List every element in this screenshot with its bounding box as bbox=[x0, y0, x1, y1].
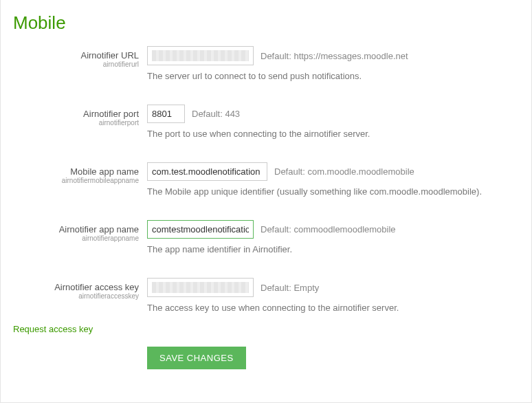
form-actions: SAVE CHANGES bbox=[147, 347, 519, 369]
field-col: Default: Empty The access key to use whe… bbox=[147, 278, 519, 313]
input-line: Default: 443 bbox=[147, 105, 519, 123]
field-airnotifier-url: Airnotifier URL airnotifierurl Default: … bbox=[13, 46, 519, 81]
field-name: airnotifierport bbox=[13, 119, 139, 127]
field-name: airnotifierappname bbox=[13, 235, 139, 242]
field-name: airnotifiermobileappname bbox=[13, 177, 139, 184]
field-mobile-app-name: Mobile app name airnotifiermobileappname… bbox=[13, 162, 519, 197]
label-col: Airnotifier port airnotifierport bbox=[13, 105, 147, 139]
default-text: Default: Empty bbox=[261, 283, 319, 293]
input-line: Default: Empty bbox=[147, 278, 519, 297]
airnotifier-app-name-input[interactable] bbox=[147, 220, 254, 239]
field-name: airnotifieraccesskey bbox=[13, 292, 139, 300]
field-label: Airnotifier port bbox=[13, 109, 139, 119]
label-col: Airnotifier access key airnotifieraccess… bbox=[13, 278, 147, 313]
default-text: Default: 443 bbox=[192, 109, 240, 119]
settings-panel: Mobile Airnotifier URL airnotifierurl De… bbox=[0, 0, 532, 403]
label-col: Mobile app name airnotifiermobileappname bbox=[13, 162, 147, 197]
input-line: Default: commoodlemoodlemobile bbox=[147, 220, 519, 239]
field-col: Default: https://messages.moodle.net The… bbox=[147, 46, 519, 81]
field-desc: The port to use when connecting to the a… bbox=[147, 129, 519, 139]
input-line: Default: https://messages.moodle.net bbox=[147, 46, 519, 65]
field-label: Airnotifier URL bbox=[13, 50, 139, 61]
field-name: airnotifierurl bbox=[13, 61, 139, 68]
label-col: Airnotifier URL airnotifierurl bbox=[13, 46, 147, 81]
field-col: Default: com.moodle.moodlemobile The Mob… bbox=[147, 162, 519, 197]
airnotifier-port-input[interactable] bbox=[147, 105, 185, 123]
field-desc: The server url to connect to to send pus… bbox=[147, 71, 519, 81]
default-text: Default: https://messages.moodle.net bbox=[261, 51, 408, 61]
default-text: Default: com.moodle.moodlemobile bbox=[274, 166, 414, 177]
input-line: Default: com.moodle.moodlemobile bbox=[147, 162, 519, 181]
field-desc: The access key to use when connecting to… bbox=[147, 303, 519, 313]
field-label: Airnotifier access key bbox=[13, 282, 139, 292]
field-label: Airnotifier app name bbox=[13, 224, 139, 235]
default-text: Default: commoodlemoodlemobile bbox=[261, 224, 396, 235]
label-col: Airnotifier app name airnotifierappname bbox=[13, 220, 147, 254]
field-airnotifier-access-key: Airnotifier access key airnotifieraccess… bbox=[13, 278, 519, 313]
field-airnotifier-app-name: Airnotifier app name airnotifierappname … bbox=[13, 220, 519, 254]
request-access-key-link[interactable]: Request access key bbox=[13, 324, 93, 334]
field-desc: The Mobile app unique identifier (usuall… bbox=[147, 186, 519, 197]
airnotifier-access-key-input-redacted[interactable] bbox=[147, 278, 254, 297]
mobile-app-name-input[interactable] bbox=[147, 162, 267, 181]
page-title: Mobile bbox=[13, 12, 519, 34]
field-desc: The app name identifier in Airnotifier. bbox=[147, 244, 519, 254]
field-label: Mobile app name bbox=[13, 166, 139, 177]
field-col: Default: commoodlemoodlemobile The app n… bbox=[147, 220, 519, 254]
field-airnotifier-port: Airnotifier port airnotifierport Default… bbox=[13, 105, 519, 139]
field-col: Default: 443 The port to use when connec… bbox=[147, 105, 519, 139]
airnotifier-url-input-redacted[interactable] bbox=[147, 46, 254, 65]
save-changes-button[interactable]: SAVE CHANGES bbox=[147, 347, 246, 369]
